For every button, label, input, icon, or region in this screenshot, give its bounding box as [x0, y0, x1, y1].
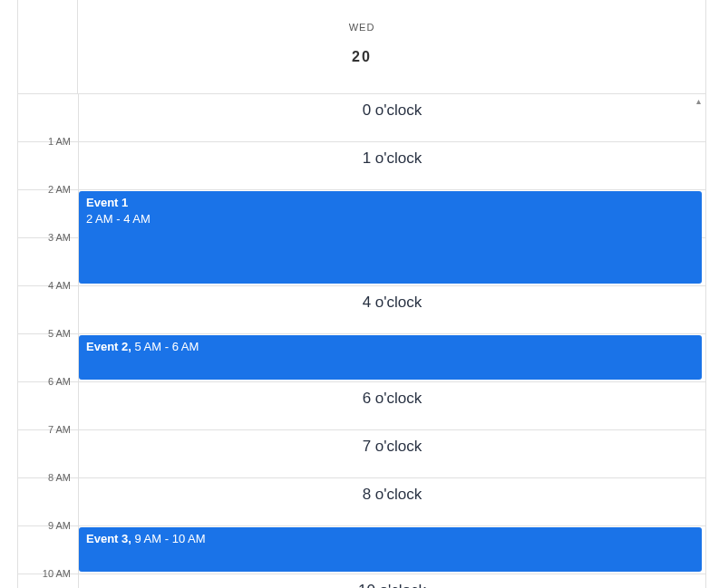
calendar-frame: WED 20 1 AM2 AM3 AM4 AM5 AM6 AM7 AM8 AM9…: [17, 0, 706, 588]
hour-label: 4 AM: [18, 280, 71, 291]
event-title: Event 1: [86, 196, 128, 209]
hour-label: 3 AM: [18, 232, 71, 243]
calendar-event[interactable]: Event 25 AM - 6 AM: [79, 335, 702, 380]
calendar-event[interactable]: Event 12 AM - 4 AM: [79, 191, 702, 284]
slot-label: 8 o'clock: [79, 486, 705, 504]
hour-label: 9 AM: [18, 520, 71, 531]
slot-label: 0 o'clock: [79, 101, 705, 120]
hour-label: 8 AM: [18, 472, 71, 483]
slot-label: 7 o'clock: [79, 438, 705, 456]
slot-label: 10 o'clock: [79, 582, 705, 588]
event-time: 2 AM - 4 AM: [86, 212, 695, 226]
hour-label: 2 AM: [18, 184, 71, 195]
hour-label: 6 AM: [18, 376, 71, 387]
slot-label: 6 o'clock: [79, 390, 705, 408]
calendar-header: WED 20: [18, 0, 705, 94]
day-column[interactable]: 0 o'clock1 o'clock2 o'clock3 o'clock4 o'…: [78, 94, 705, 588]
time-slot[interactable]: 0 o'clock: [79, 94, 705, 142]
slot-label: 4 o'clock: [79, 294, 705, 312]
hour-label: 10 AM: [18, 568, 71, 579]
date-number[interactable]: 20: [18, 33, 705, 65]
hour-label: 5 AM: [18, 328, 71, 339]
time-slot[interactable]: 10 o'clock: [79, 574, 705, 588]
hour-row: 10 AM: [18, 574, 78, 588]
hour-label: 1 AM: [18, 136, 71, 147]
time-slot[interactable]: 1 o'clock: [79, 142, 705, 190]
header-gutter: [18, 0, 78, 94]
event-time: 9 AM - 10 AM: [134, 532, 205, 545]
time-slot[interactable]: 8 o'clock: [79, 478, 705, 526]
calendar-scroll-area[interactable]: 1 AM2 AM3 AM4 AM5 AM6 AM7 AM8 AM9 AM10 A…: [18, 94, 705, 588]
time-slot[interactable]: 6 o'clock: [79, 382, 705, 430]
calendar-event[interactable]: Event 39 AM - 10 AM: [79, 527, 702, 572]
time-slot[interactable]: 7 o'clock: [79, 430, 705, 478]
time-gutter: 1 AM2 AM3 AM4 AM5 AM6 AM7 AM8 AM9 AM10 A…: [18, 94, 78, 588]
hour-label: 7 AM: [18, 424, 71, 435]
event-title: Event 2: [86, 340, 134, 353]
time-grid: 1 AM2 AM3 AM4 AM5 AM6 AM7 AM8 AM9 AM10 A…: [18, 94, 705, 588]
day-of-week-label: WED: [18, 0, 705, 33]
slot-label: 1 o'clock: [79, 149, 705, 168]
event-time: 5 AM - 6 AM: [134, 340, 199, 353]
event-title: Event 3: [86, 532, 134, 545]
time-slot[interactable]: 4 o'clock: [79, 286, 705, 334]
